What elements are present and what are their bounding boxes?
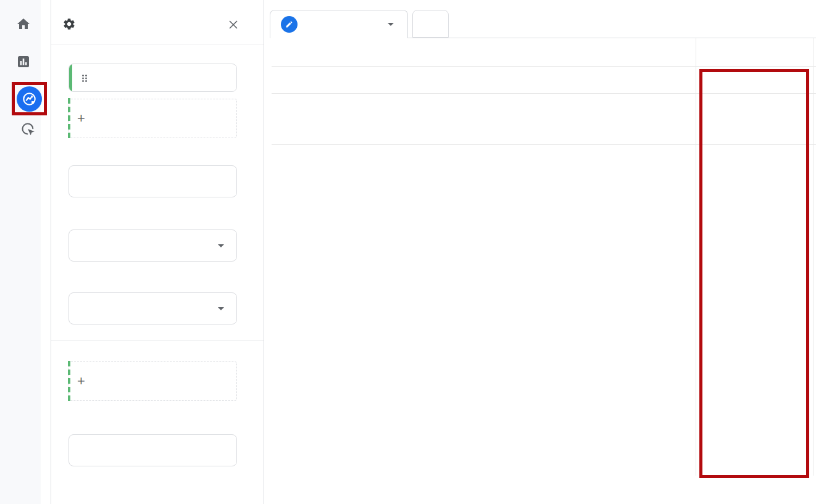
close-icon[interactable] (227, 18, 240, 34)
explore-icon-selected[interactable] (17, 86, 42, 112)
tabstrip-border (408, 38, 816, 38)
pencil-icon (281, 16, 298, 33)
column-divider (814, 38, 814, 476)
chevron-down-icon (218, 307, 224, 310)
dimension-chip-page-location[interactable] (69, 64, 237, 92)
nested-rows-select[interactable] (69, 292, 237, 324)
settings-panel: + + (51, 0, 264, 504)
reports-icon[interactable] (16, 54, 31, 69)
add-tab-button[interactable] (412, 10, 449, 38)
column-dimension-dropzone[interactable]: + (69, 361, 237, 401)
advertising-icon[interactable] (20, 121, 37, 138)
dropzone-accent (68, 361, 70, 402)
annotation-box-metric-column (699, 69, 809, 478)
ga4-explore-page: + + (0, 0, 816, 504)
first-row-input[interactable] (69, 165, 237, 197)
nav-rail (0, 0, 41, 504)
gear-icon (62, 17, 76, 33)
tab-dropdown-icon[interactable] (388, 23, 394, 26)
column-divider (696, 38, 696, 476)
dropzone-accent (68, 98, 70, 139)
row-dimension-dropzone[interactable]: + (69, 99, 237, 138)
plus-icon: + (77, 110, 85, 126)
chevron-down-icon (218, 244, 224, 247)
chip-accent-bar (69, 64, 72, 91)
plus-icon: + (77, 373, 85, 389)
show-rows-select[interactable] (69, 229, 237, 262)
drag-handle-icon[interactable] (80, 73, 90, 86)
home-icon[interactable] (16, 17, 31, 31)
first-col-group-input[interactable] (69, 434, 237, 466)
tab-free-form[interactable] (270, 10, 408, 38)
